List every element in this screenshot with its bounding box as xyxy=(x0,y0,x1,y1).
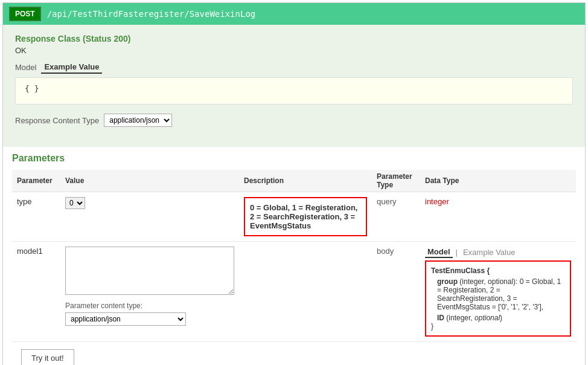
response-content-type-select[interactable]: application/json xyxy=(104,114,172,127)
param-content-type-container: Parameter content type: application/json xyxy=(65,302,234,326)
type-value-select[interactable]: 0 1 2 3 xyxy=(65,197,85,209)
response-section: Response Class (Status 200) OK Model Exa… xyxy=(15,34,573,127)
param-content-type-label: Parameter content type: xyxy=(65,302,234,310)
response-content-type-label: Response Content Type xyxy=(15,116,99,125)
table-header-row: Parameter Value Description Parameter Ty… xyxy=(12,170,576,192)
parameters-table: Parameter Value Description Parameter Ty… xyxy=(12,170,576,342)
parameters-section: Parameters Parameter Value Description P… xyxy=(3,147,585,365)
param-value-model1: Parameter content type: application/json xyxy=(60,242,239,342)
model-tab-label[interactable]: Model xyxy=(15,63,36,72)
col-value: Value xyxy=(60,170,239,192)
model-tab-model[interactable]: Model xyxy=(425,247,453,258)
method-badge: POST xyxy=(9,7,41,21)
api-path: /api/TestThirdFasteregister/SaveWeixinLo… xyxy=(47,9,256,19)
model-field-group: group (integer, optional): 0 = Global, 1… xyxy=(431,277,565,311)
response-tabs: Model Example Value xyxy=(15,61,573,74)
col-description: Description xyxy=(239,170,372,192)
response-class-title: Response Class (Status 200) xyxy=(15,34,573,44)
param-datatype-model1: Model | Example Value TestEnmuClass { gr… xyxy=(420,242,576,342)
param-type-type: query xyxy=(372,192,420,242)
parameters-title: Parameters xyxy=(12,153,576,164)
col-param-type: Parameter Type xyxy=(372,170,420,192)
model1-textarea[interactable] xyxy=(65,247,234,295)
table-row: type 0 1 2 3 0 = Global, 1 = Registerati… xyxy=(12,192,576,242)
response-content-type-row: Response Content Type application/json xyxy=(15,114,573,127)
param-name-type: type xyxy=(12,192,60,242)
param-type-model1: body xyxy=(372,242,420,342)
model-class-name: TestEnmuClass { xyxy=(431,266,565,275)
type-description-box: 0 = Global, 1 = Registeration, 2 = Searc… xyxy=(244,197,367,236)
example-value-box: { } xyxy=(15,77,573,105)
param-value-type: 0 1 2 3 xyxy=(60,192,239,242)
col-parameter: Parameter xyxy=(12,170,60,192)
param-desc-model1 xyxy=(239,242,372,342)
model-tabs-row: Model | Example Value xyxy=(425,247,571,258)
model-closing-brace: } xyxy=(431,322,565,331)
param-datatype-type: integer xyxy=(420,192,576,242)
api-header: POST /api/TestThirdFasteregister/SaveWei… xyxy=(3,3,585,25)
table-row: model1 Parameter content type: applicati… xyxy=(12,242,576,342)
example-value-tab[interactable]: Example Value xyxy=(41,61,102,74)
model-tab-example[interactable]: Example Value xyxy=(461,247,517,257)
try-it-button[interactable]: Try it out! xyxy=(21,349,74,365)
param-desc-type: 0 = Global, 1 = Registeration, 2 = Searc… xyxy=(239,192,372,242)
api-body: Response Class (Status 200) OK Model Exa… xyxy=(3,25,585,147)
param-content-type-select[interactable]: application/json xyxy=(65,312,186,326)
divider-pipe: | xyxy=(456,248,458,257)
col-data-type: Data Type xyxy=(420,170,576,192)
response-status-text: OK xyxy=(15,46,573,55)
api-container: POST /api/TestThirdFasteregister/SaveWei… xyxy=(2,2,586,365)
model-content-box: TestEnmuClass { group (integer, optional… xyxy=(425,260,571,337)
model-field-id: ID (integer, optional) xyxy=(431,314,565,322)
example-value-content: { } xyxy=(25,84,39,93)
param-name-model1: model1 xyxy=(12,242,60,342)
